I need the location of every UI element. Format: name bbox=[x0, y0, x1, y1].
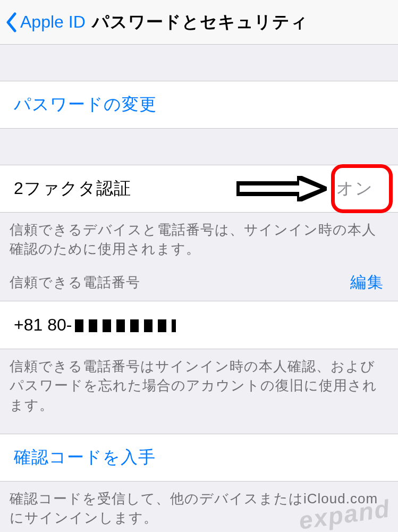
trusted-phone-header: 信頼できる電話番号 編集 bbox=[0, 266, 398, 301]
back-label: Apple ID bbox=[20, 12, 86, 32]
change-password-label: パスワードの変更 bbox=[14, 93, 157, 116]
get-verification-code-label: 確認コードを入手 bbox=[14, 446, 156, 469]
navigation-bar: Apple ID パスワードとセキュリティ bbox=[0, 0, 398, 45]
spacer bbox=[0, 422, 398, 434]
chevron-left-icon bbox=[5, 12, 17, 32]
get-verification-code-cell[interactable]: 確認コードを入手 bbox=[0, 434, 398, 482]
two-factor-label: 2ファクタ認証 bbox=[14, 177, 131, 200]
spacer bbox=[0, 45, 398, 81]
back-button[interactable]: Apple ID bbox=[5, 12, 86, 32]
trusted-phone-cell[interactable]: +81 80- bbox=[0, 301, 398, 349]
two-factor-value: オン bbox=[336, 177, 384, 200]
phone-number: +81 80- bbox=[14, 315, 72, 335]
trusted-phone-header-label: 信頼できる電話番号 bbox=[10, 273, 140, 292]
redacted-phone-icon bbox=[75, 319, 176, 332]
svg-rect-0 bbox=[236, 183, 300, 194]
edit-button[interactable]: 編集 bbox=[350, 272, 384, 293]
change-password-cell[interactable]: パスワードの変更 bbox=[0, 81, 398, 129]
verification-code-footer: 確認コードを受信して、他のデバイスまたはiCloud.comにサインインします。 bbox=[0, 482, 398, 532]
spacer bbox=[0, 129, 398, 165]
arrow-annotation-icon bbox=[236, 176, 327, 201]
two-factor-footer: 信頼できるデバイスと電話番号は、サインイン時の本人確認のために使用されます。 bbox=[0, 213, 398, 266]
svg-marker-1 bbox=[300, 176, 327, 201]
svg-marker-2 bbox=[300, 176, 327, 201]
page-title: パスワードとセキュリティ bbox=[92, 11, 308, 34]
trusted-phone-footer: 信頼できる電話番号はサインイン時の本人確認、およびパスワードを忘れた場合のアカウ… bbox=[0, 349, 398, 422]
two-factor-auth-cell[interactable]: 2ファクタ認証 オン bbox=[0, 165, 398, 213]
